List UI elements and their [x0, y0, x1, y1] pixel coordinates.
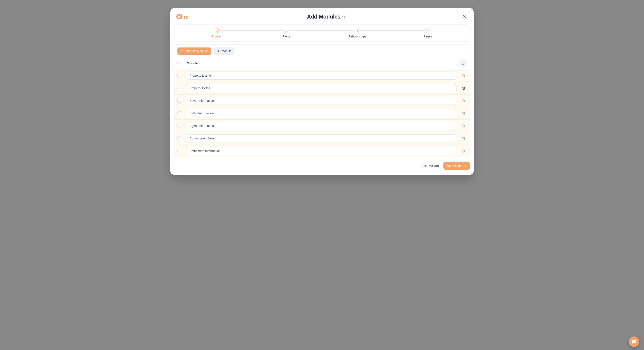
delete-row-button[interactable] [461, 123, 466, 129]
delete-row-button[interactable] [461, 98, 466, 104]
modules-table-header: Module [174, 57, 470, 69]
step-fields[interactable]: 2Fields [252, 28, 322, 38]
chat-icon [632, 339, 636, 344]
trash-icon [462, 86, 465, 90]
add-module-label: Module [222, 50, 232, 53]
module-row [174, 107, 470, 120]
suggest-modules-label: Suggest Modules [185, 50, 208, 53]
module-name-input[interactable] [187, 122, 456, 130]
add-module-button[interactable]: Module [214, 48, 234, 55]
plus-icon [217, 50, 220, 53]
step-number: 3 [355, 28, 360, 33]
delete-row-button[interactable] [461, 136, 466, 141]
svg-point-1 [178, 16, 180, 18]
trash-icon [462, 137, 465, 140]
arrow-right-icon [463, 164, 466, 168]
module-name-wrap [187, 72, 456, 80]
module-row [174, 94, 470, 107]
delete-row-button[interactable] [461, 85, 466, 91]
trash-icon [462, 99, 465, 102]
module-name-wrap [187, 134, 456, 142]
module-row [174, 82, 470, 94]
module-name-wrap [187, 147, 456, 155]
module-row [174, 144, 470, 157]
module-name-input[interactable] [187, 147, 456, 155]
module-column-header: Module [187, 61, 459, 65]
module-name-wrap [187, 122, 456, 130]
trash-icon [462, 124, 465, 128]
module-name-wrap [187, 84, 456, 92]
skip-wizard-button[interactable]: Skip Wizard [422, 164, 439, 168]
dialog-footer: Skip Wizard Add Fields [170, 157, 474, 170]
delete-selected-button[interactable] [459, 60, 466, 67]
step-pages[interactable]: 4Pages [393, 28, 464, 38]
dialog-header: ire Add Modules i [170, 13, 474, 24]
modules-panel: Suggest Modules Module Module [174, 44, 470, 157]
wizard-stepper: 1Modules2Fields3Relationships4Pages [174, 24, 470, 42]
content-container: Suggest Modules Module Module [170, 44, 474, 157]
add-fields-button[interactable]: Add Fields [444, 162, 470, 170]
delete-row-button[interactable] [461, 148, 466, 154]
svg-text:ire: ire [182, 14, 188, 20]
row-checkbox[interactable] [178, 74, 181, 78]
close-button[interactable] [462, 14, 468, 20]
modules-rows [174, 69, 470, 157]
step-modules[interactable]: 1Modules [181, 28, 252, 38]
module-name-wrap [187, 109, 456, 117]
delete-row-button[interactable] [461, 72, 466, 78]
row-checkbox[interactable] [178, 149, 181, 153]
stepper-container: 1Modules2Fields3Relationships4Pages [170, 24, 474, 42]
module-name-input[interactable] [187, 97, 456, 105]
sparkle-icon [180, 50, 184, 53]
chat-launcher-button[interactable] [629, 336, 639, 347]
step-label: Modules [210, 35, 222, 38]
add-fields-label: Add Fields [447, 164, 462, 168]
delete-row-button[interactable] [461, 110, 466, 116]
step-number: 2 [284, 28, 289, 33]
trash-icon [462, 149, 465, 153]
aire-logo: ire [176, 13, 192, 20]
dialog-title-wrap: Add Modules i [192, 14, 462, 20]
step-label: Fields [283, 35, 291, 38]
select-all-checkbox[interactable] [178, 61, 181, 65]
trash-icon [462, 74, 465, 77]
row-checkbox[interactable] [178, 86, 181, 90]
svg-rect-2 [181, 14, 182, 19]
trash-icon [462, 112, 465, 115]
step-label: Relationships [348, 35, 366, 38]
trash-icon [461, 61, 465, 65]
module-name-input[interactable] [187, 72, 456, 80]
module-row [174, 132, 470, 144]
row-checkbox[interactable] [178, 111, 181, 115]
module-name-input[interactable] [187, 109, 456, 117]
close-icon [463, 15, 466, 18]
step-label: Pages [424, 35, 432, 38]
module-name-wrap [187, 97, 456, 105]
step-number: 1 [214, 28, 219, 33]
modules-toolbar: Suggest Modules Module [174, 44, 470, 57]
module-name-input[interactable] [187, 134, 456, 142]
module-row [174, 69, 470, 82]
row-checkbox[interactable] [178, 124, 181, 128]
row-checkbox[interactable] [178, 136, 181, 140]
dialog-title: Add Modules [307, 14, 340, 20]
step-relationships[interactable]: 3Relationships [322, 28, 393, 38]
suggest-modules-button[interactable]: Suggest Modules [178, 48, 211, 55]
add-modules-dialog: ire Add Modules i 1Modules2Fields3Relati… [170, 8, 474, 175]
step-number: 4 [425, 28, 430, 33]
row-checkbox[interactable] [178, 99, 181, 102]
info-icon[interactable]: i [342, 15, 346, 18]
module-row [174, 120, 470, 132]
module-name-input[interactable] [187, 84, 456, 92]
